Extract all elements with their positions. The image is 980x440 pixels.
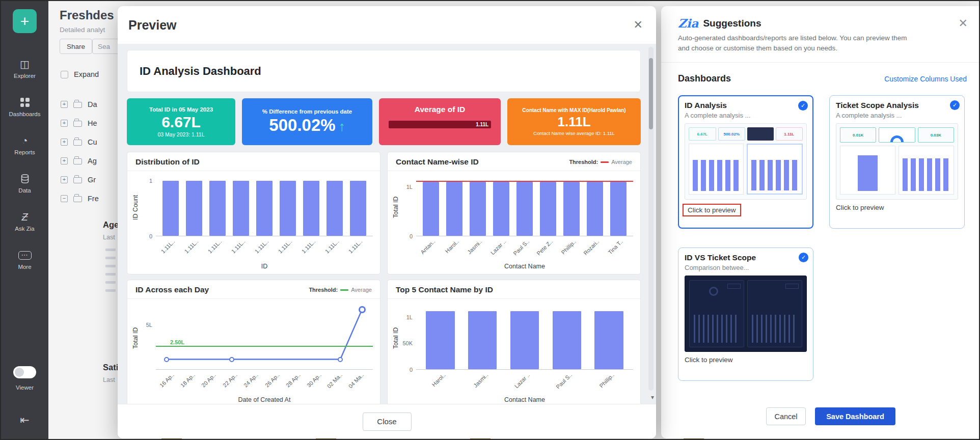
reports-icon: ◔	[21, 135, 28, 146]
y-ticks: 10	[140, 176, 156, 236]
x-ticks: Antan..Harol..Jasmi..Lazar ..Paul S..Pet…	[416, 236, 633, 263]
sidebar-nav: ◫ Explorer Dashboards ◔ Reports	[1, 50, 48, 279]
card-subtitle: Comparison betwee...	[685, 264, 807, 271]
kpi-subtitle: Contact Name wise average ID: 1.11L	[533, 130, 615, 136]
thumb-bar-chart	[899, 146, 954, 195]
y-ticks: 1L50K0	[400, 304, 416, 370]
kpi-title: Average of ID	[415, 104, 465, 114]
modal-scrollbar[interactable]	[648, 47, 654, 391]
suggestions-header: Zia Suggestions ✕ Auto-generated dashboa…	[661, 6, 979, 63]
scroll-down-icon[interactable]: ▾	[651, 394, 654, 401]
sidebar-item-label: Dashboards	[9, 111, 40, 117]
card-subtitle: A complete analysis ...	[836, 112, 958, 119]
kpi-progress-bar: 1.11L	[389, 121, 491, 128]
card-title: Ticket Scope Analysis	[836, 101, 958, 110]
x-ticks: 1.11L..1.11L..1.11L..1.11L..1.11L..1.11L…	[156, 236, 373, 263]
suggestions-close-icon[interactable]: ✕	[959, 18, 968, 29]
zia-icon: Ƶ	[21, 212, 28, 222]
threshold-legend: Threshold: Average	[569, 159, 632, 165]
suggestions-description: Auto-generated dashboards/reports are li…	[678, 33, 917, 54]
viewer-toggle[interactable]	[13, 366, 36, 378]
y-axis-label: Total ID	[392, 176, 400, 238]
chart-title: ID Across each Day	[135, 285, 209, 294]
sidebar-item-label: More	[18, 264, 31, 270]
dashboard-thumbnail: 6.67L 500.02% 1.11L	[685, 123, 807, 200]
chart-distribution-of-id: Distribution of ID ID Count 10 1.11L..1.…	[127, 152, 380, 274]
x-axis-label: ID	[156, 263, 373, 272]
thumb-kpi: 500.02%	[718, 127, 746, 141]
collapse-sidebar-icon[interactable]: ⇤	[1, 414, 48, 427]
sidebar-item-explorer[interactable]: ◫ Explorer	[1, 50, 48, 88]
sidebar-item-reports[interactable]: ◔ Reports	[1, 126, 48, 164]
sidebar-item-label: Explorer	[14, 73, 36, 79]
x-axis-label: Contact Name	[416, 263, 633, 272]
suggestion-card-id-analysis[interactable]: ID Analysis ✓ A complete analysis ... 6.…	[678, 95, 813, 229]
preview-modal: Preview ✕ ID Analysis Dashboard Total ID…	[118, 6, 656, 438]
kpi-subtitle: 03 May 2023: 1.11L	[157, 131, 204, 138]
cancel-button[interactable]: Cancel	[766, 407, 806, 425]
click-to-preview-link[interactable]: Click to preview	[685, 356, 733, 364]
scrollbar-thumb[interactable]	[649, 58, 653, 129]
suggestions-panel: Zia Suggestions ✕ Auto-generated dashboa…	[661, 6, 979, 438]
kpi-title: Contact Name with MAX ID(Harold Pawlan)	[522, 107, 625, 114]
suggestions-title: Suggestions	[703, 18, 761, 29]
x-ticks: 16 Ap..18 Ap..20 Ap..22 Ap..24 Ap..26 Ap…	[156, 370, 373, 396]
thumb-kpi: 0.03K	[918, 127, 954, 143]
dashboards-icon	[20, 97, 30, 107]
chart-title: Distribution of ID	[135, 157, 200, 167]
chart-top5-contact-name: Top 5 Contact Name by ID Total ID 1L50K0…	[387, 280, 641, 404]
kpi-max-id: Contact Name with MAX ID(Harold Pawlan) …	[507, 98, 641, 145]
thumb-kpi: 1.11L	[776, 127, 803, 141]
selected-check-icon[interactable]: ✓	[798, 101, 808, 111]
chart-id-across-each-day: ID Across each Day Threshold: Average To…	[127, 280, 380, 404]
sidebar-item-label: Data	[18, 187, 31, 194]
sidebar-item-label: Ask Zia	[15, 226, 34, 232]
thumb-bar-chart	[747, 144, 803, 195]
plot-area: 2.50L	[156, 304, 373, 370]
kpi-bar-label: 1.11L	[476, 122, 488, 127]
click-to-preview-link[interactable]: Click to preview	[683, 204, 741, 216]
charts-grid: Distribution of ID ID Count 10 1.11L..1.…	[127, 152, 641, 404]
x-axis-label: Date of Created At	[156, 396, 373, 404]
plus-icon: +	[20, 13, 30, 30]
selected-check-icon[interactable]: ✓	[950, 100, 960, 110]
y-axis-label: Total ID	[131, 304, 140, 372]
suggestion-card-ticket-scope-analysis[interactable]: Ticket Scope Analysis ✓ A complete analy…	[829, 95, 965, 229]
sidebar-item-data[interactable]: Data	[1, 164, 48, 203]
legend-swatch	[340, 289, 348, 291]
card-title: ID VS Ticket Scope	[685, 253, 807, 262]
card-action: Click to preview	[685, 356, 807, 364]
thumb-dark-chart	[689, 280, 744, 347]
database-icon	[20, 174, 30, 184]
sidebar-item-ask-zia[interactable]: Ƶ Ask Zia	[1, 203, 48, 241]
save-dashboard-button[interactable]: Save Dashboard	[815, 407, 895, 425]
y-axis-label: ID Count	[131, 176, 140, 238]
sidebar-item-dashboards[interactable]: Dashboards	[1, 88, 48, 126]
customize-columns-link[interactable]: Customize Columns Used	[884, 75, 967, 83]
sidebar-item-more[interactable]: ⋯ More	[1, 241, 48, 279]
dashboard-title-card: ID Analysis Dashboard	[127, 50, 641, 92]
kpi-value: 500.02%↑	[269, 116, 345, 135]
suggestion-card-id-vs-ticket-scope[interactable]: ID VS Ticket Scope ✓ Comparison betwee..…	[678, 248, 813, 381]
add-button[interactable]: +	[13, 9, 37, 33]
x-axis-label: Contact Name	[416, 396, 633, 404]
close-button[interactable]: Close	[363, 413, 412, 431]
modal-close-icon[interactable]: ✕	[634, 19, 643, 31]
dashboard-title: ID Analysis Dashboard	[140, 65, 261, 78]
kpi-value: 6.67L	[161, 114, 201, 131]
sidebar: + ◫ Explorer Dashboards ◔ Reports	[1, 1, 48, 439]
plot-area	[416, 304, 633, 370]
legend-swatch	[601, 161, 609, 163]
viewer-label: Viewer	[1, 384, 48, 391]
zia-logo-icon: Zia	[678, 17, 698, 29]
card-title: ID Analysis	[685, 101, 807, 110]
kpi-total-id: Total ID in 05 May 2023 6.67L 03 May 202…	[127, 98, 235, 145]
app-screen: Freshdes Detailed analyt Share Sea Expan…	[0, 0, 980, 440]
kpi-title: % Difference from previous date	[262, 108, 352, 115]
selected-check-icon[interactable]: ✓	[799, 253, 808, 262]
dashboards-section-row: Dashboards Customize Columns Used	[678, 73, 967, 84]
click-to-preview-link[interactable]: Click to preview	[836, 204, 884, 211]
threshold-legend: Threshold: Average	[309, 287, 372, 293]
toggle-knob	[15, 368, 24, 377]
more-icon: ⋯	[18, 250, 32, 260]
